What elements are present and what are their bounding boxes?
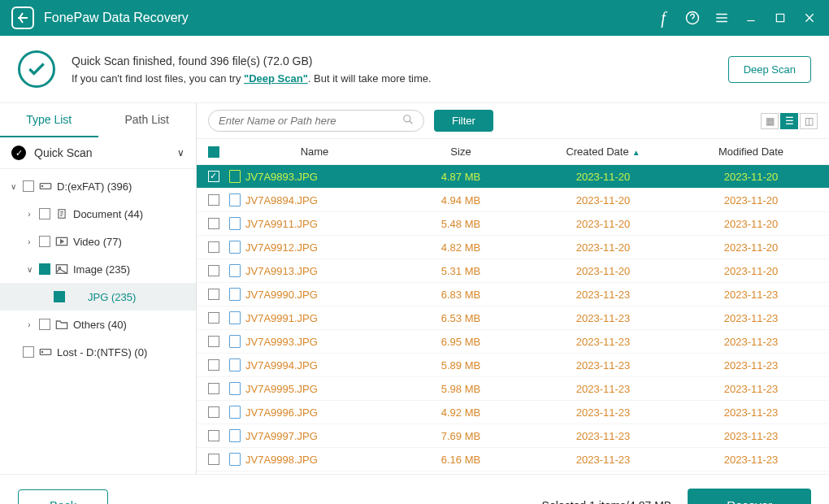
table-row[interactable]: JV7A9997.JPG 7.69 MB 2023-11-23 2023-11-… bbox=[197, 424, 829, 448]
footer: Back Selected 1 items/4.87 MB Recover bbox=[0, 474, 829, 504]
row-checkbox[interactable] bbox=[208, 312, 219, 324]
file-rows[interactable]: JV7A9893.JPG 4.87 MB 2023-11-20 2023-11-… bbox=[197, 165, 829, 474]
search-icon[interactable] bbox=[402, 114, 414, 128]
checkmark-icon bbox=[18, 50, 55, 88]
row-checkbox[interactable] bbox=[208, 265, 219, 276]
table-row[interactable]: JV7A9991.JPG 6.53 MB 2023-11-23 2023-11-… bbox=[197, 306, 829, 330]
tree-item[interactable]: › Document (44) bbox=[0, 200, 196, 228]
file-modified: 2023-11-20 bbox=[684, 194, 818, 206]
column-modified[interactable]: Modified Date bbox=[684, 146, 818, 158]
recover-button[interactable]: Recover bbox=[688, 489, 811, 504]
help-icon[interactable] bbox=[684, 10, 701, 26]
chevron-icon[interactable]: › bbox=[24, 210, 34, 219]
row-checkbox[interactable] bbox=[208, 430, 219, 441]
chevron-icon[interactable]: › bbox=[24, 237, 34, 246]
tree-checkbox[interactable] bbox=[54, 291, 65, 302]
chevron-icon[interactable]: ∨ bbox=[24, 265, 34, 274]
file-name: JV7A9993.JPG bbox=[245, 336, 318, 348]
column-size[interactable]: Size bbox=[400, 146, 522, 158]
search-box[interactable] bbox=[208, 110, 424, 132]
tree-item[interactable]: › Video (77) bbox=[0, 228, 196, 255]
table-row[interactable]: JV7A9913.JPG 5.31 MB 2023-11-20 2023-11-… bbox=[197, 259, 829, 283]
file-size: 7.69 MB bbox=[400, 430, 522, 442]
chevron-icon[interactable]: ∨ bbox=[8, 182, 18, 191]
tree-item[interactable]: Lost - D:(NTFS) (0) bbox=[0, 338, 196, 366]
search-input[interactable] bbox=[219, 115, 396, 127]
row-checkbox[interactable] bbox=[208, 454, 219, 465]
select-all-checkbox[interactable] bbox=[208, 146, 219, 158]
tree-item[interactable]: ∨ Image (235) bbox=[0, 255, 196, 283]
tree-item[interactable]: ∨ D:(exFAT) (396) bbox=[0, 172, 196, 200]
chevron-down-icon[interactable]: ∨ bbox=[177, 147, 184, 159]
file-modified: 2023-11-20 bbox=[684, 265, 818, 277]
back-button[interactable]: Back bbox=[18, 489, 108, 504]
tree-checkbox[interactable] bbox=[39, 263, 50, 275]
tree-label: Document (44) bbox=[73, 208, 143, 220]
table-row[interactable]: JV7A9994.JPG 5.89 MB 2023-11-23 2023-11-… bbox=[197, 354, 829, 377]
file-icon bbox=[229, 406, 241, 419]
view-list-icon[interactable]: ☰ bbox=[780, 113, 798, 129]
table-row[interactable]: JV7A9990.JPG 6.83 MB 2023-11-23 2023-11-… bbox=[197, 283, 829, 306]
table-row[interactable]: JV7A9911.JPG 5.48 MB 2023-11-20 2023-11-… bbox=[197, 212, 829, 236]
maximize-icon[interactable] bbox=[772, 10, 788, 26]
column-created[interactable]: Created Date▲ bbox=[522, 146, 684, 158]
file-created: 2023-11-23 bbox=[522, 430, 684, 442]
table-row[interactable]: JV7A9998.JPG 6.16 MB 2023-11-23 2023-11-… bbox=[197, 448, 829, 471]
row-checkbox[interactable] bbox=[208, 383, 219, 394]
file-size: 5.48 MB bbox=[400, 218, 522, 230]
column-name[interactable]: Name bbox=[229, 146, 400, 158]
file-name: JV7A9998.JPG bbox=[245, 454, 318, 466]
table-row[interactable]: JV7A9995.JPG 5.98 MB 2023-11-23 2023-11-… bbox=[197, 377, 829, 401]
table-row[interactable]: JV7A9912.JPG 4.82 MB 2023-11-20 2023-11-… bbox=[197, 236, 829, 259]
table-row[interactable]: JV7A9893.JPG 4.87 MB 2023-11-20 2023-11-… bbox=[197, 165, 829, 189]
file-created: 2023-11-23 bbox=[522, 336, 684, 348]
tree-checkbox[interactable] bbox=[39, 208, 50, 219]
blank-icon bbox=[70, 290, 83, 303]
table-row[interactable]: JV7A9993.JPG 6.95 MB 2023-11-23 2023-11-… bbox=[197, 330, 829, 354]
tab-type-list[interactable]: Type List bbox=[0, 103, 98, 137]
row-checkbox[interactable] bbox=[208, 194, 219, 206]
facebook-icon[interactable]: f bbox=[655, 10, 671, 26]
row-checkbox[interactable] bbox=[208, 218, 219, 229]
svg-point-3 bbox=[41, 185, 42, 186]
filter-button[interactable]: Filter bbox=[434, 110, 493, 132]
deep-scan-button[interactable]: Deep Scan bbox=[728, 56, 811, 83]
close-icon[interactable] bbox=[801, 10, 818, 26]
tree-header[interactable]: ✓ Quick Scan ∨ bbox=[0, 137, 196, 169]
selection-status: Selected 1 items/4.87 MB bbox=[542, 499, 672, 505]
file-modified: 2023-11-20 bbox=[684, 171, 818, 183]
tree-checkbox[interactable] bbox=[23, 346, 34, 358]
tree-checkbox[interactable] bbox=[23, 180, 34, 192]
menu-icon[interactable] bbox=[714, 10, 730, 26]
file-modified: 2023-11-23 bbox=[684, 406, 818, 419]
file-name: JV7A9994.JPG bbox=[245, 359, 318, 371]
tab-path-list[interactable]: Path List bbox=[98, 103, 197, 137]
view-detail-icon[interactable]: ◫ bbox=[800, 113, 818, 129]
row-checkbox[interactable] bbox=[208, 241, 219, 253]
chevron-icon[interactable]: › bbox=[24, 320, 34, 329]
drive-icon bbox=[39, 180, 52, 193]
scan-banner: Quick Scan finished, found 396 file(s) (… bbox=[0, 36, 829, 103]
table-row[interactable]: JV7A9894.JPG 4.94 MB 2023-11-20 2023-11-… bbox=[197, 189, 829, 212]
tree-checkbox[interactable] bbox=[39, 319, 50, 330]
row-checkbox[interactable] bbox=[208, 359, 219, 371]
minimize-icon[interactable] bbox=[743, 10, 759, 26]
file-created: 2023-11-23 bbox=[522, 406, 684, 419]
tree-item[interactable]: › Others (40) bbox=[0, 311, 196, 338]
tree-item[interactable]: JPG (235) bbox=[0, 283, 196, 311]
deep-scan-link[interactable]: "Deep Scan" bbox=[244, 72, 308, 85]
row-checkbox[interactable] bbox=[208, 336, 219, 347]
folder-icon bbox=[55, 318, 68, 331]
table-row[interactable]: JV7A9996.JPG 4.92 MB 2023-11-23 2023-11-… bbox=[197, 401, 829, 424]
tree-checkbox[interactable] bbox=[39, 236, 50, 247]
file-icon bbox=[229, 288, 241, 301]
file-name: JV7A9911.JPG bbox=[245, 218, 318, 230]
file-icon bbox=[229, 217, 241, 230]
view-grid-icon[interactable]: ▦ bbox=[761, 113, 779, 129]
row-checkbox[interactable] bbox=[208, 406, 219, 418]
file-created: 2023-11-23 bbox=[522, 312, 684, 324]
file-name: JV7A9991.JPG bbox=[245, 312, 318, 324]
row-checkbox[interactable] bbox=[208, 289, 219, 300]
file-name: JV7A9912.JPG bbox=[245, 241, 318, 254]
row-checkbox[interactable] bbox=[208, 171, 219, 182]
